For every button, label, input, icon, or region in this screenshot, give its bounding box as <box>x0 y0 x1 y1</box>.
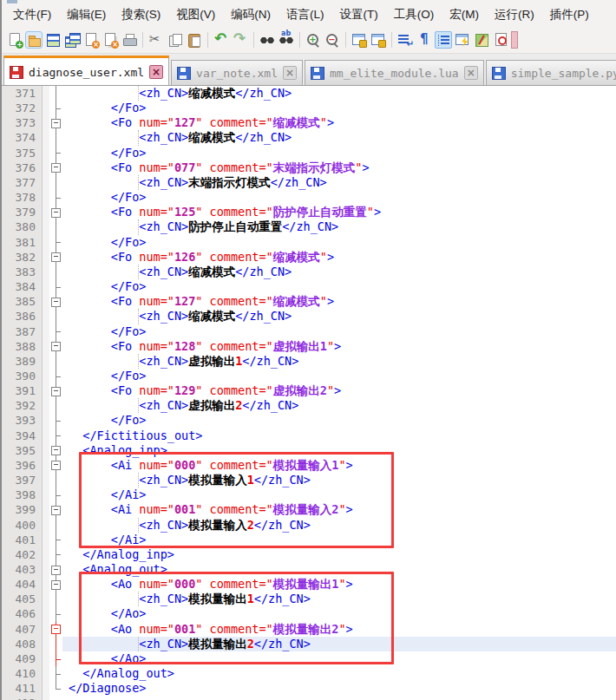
code-text[interactable]: <Fo num="129" comment="虚拟输出2"> <box>62 383 616 398</box>
fold-collapse-icon[interactable] <box>51 119 61 128</box>
code-text[interactable]: </Fo> <box>62 369 616 383</box>
menu-item-5[interactable]: 编码(N) <box>223 5 279 24</box>
code-text[interactable]: <Ao num="000" comment="模拟量输出1"> <box>62 577 616 592</box>
paste-icon[interactable] <box>186 31 203 49</box>
code-text[interactable]: <Fo num="077" comment="末端指示灯模式"> <box>62 160 616 175</box>
menu-item-11[interactable]: 插件(P) <box>542 5 597 24</box>
tab-close-icon[interactable]: × <box>149 65 163 79</box>
menu-item-6[interactable]: 语言(L) <box>279 5 332 24</box>
word-wrap-icon[interactable] <box>396 31 414 49</box>
fold-collapse-icon[interactable] <box>51 298 61 307</box>
code-text[interactable]: </Fo> <box>62 279 616 294</box>
save-icon[interactable] <box>44 31 62 49</box>
code-text[interactable]: </Ao> <box>62 651 616 666</box>
menu-item-8[interactable]: 工具(O) <box>386 5 442 24</box>
fold-collapse-icon[interactable] <box>51 387 61 396</box>
fold-collapse-icon[interactable] <box>51 461 61 470</box>
menu-item-1[interactable]: 文件(F) <box>5 5 59 24</box>
sync-vertical-scroll-icon[interactable] <box>351 31 368 49</box>
code-text[interactable]: <Fo num="128" comment="虚拟输出1"> <box>62 339 616 354</box>
toolbar-separator <box>391 32 392 48</box>
code-text[interactable]: <zh_CN>末端指示灯模式</zh_CN> <box>62 175 616 190</box>
tab-var_note.xml[interactable]: var_note.xml× <box>171 60 303 85</box>
code-text[interactable]: <Ai num="001" comment="模拟量输入2"> <box>62 502 616 517</box>
fold-collapse-icon[interactable] <box>51 208 61 218</box>
code-text[interactable]: </Diagnose> <box>62 681 616 696</box>
clipped-icon[interactable] <box>511 31 518 49</box>
code-text[interactable]: </Ai> <box>62 487 616 502</box>
menu-item-4[interactable]: 视图(V) <box>168 5 223 24</box>
code-text[interactable]: <Ai num="000" comment="模拟量输入1"> <box>62 458 616 473</box>
code-text[interactable]: <zh_CN>虚拟输出1</zh_CN> <box>62 354 616 369</box>
code-text[interactable]: </Analog_out> <box>62 666 616 681</box>
menu-item-3[interactable]: 搜索(S) <box>114 5 168 24</box>
code-text[interactable]: </Ao> <box>62 606 616 621</box>
fold-collapse-icon[interactable] <box>51 506 61 515</box>
tab-simple_sample.py[interactable]: simple_sample.py× <box>486 60 616 85</box>
cut-icon[interactable] <box>147 31 165 49</box>
replace-icon[interactable] <box>278 31 295 49</box>
code-text[interactable]: <Fo num="126" comment="缩减模式"> <box>62 250 616 265</box>
menu-item-7[interactable]: 设置(T) <box>332 5 386 24</box>
code-text[interactable]: <zh_CN>防护停止自动重置</zh_CN> <box>62 219 616 234</box>
find-icon[interactable] <box>259 31 276 49</box>
code-text[interactable]: <Analog_inp> <box>62 443 616 458</box>
save-all-icon[interactable] <box>63 31 81 49</box>
code-text[interactable] <box>62 696 616 700</box>
code-text[interactable]: <zh_CN>缩减模式</zh_CN> <box>62 130 616 145</box>
tab-close-icon[interactable]: × <box>464 66 478 80</box>
menu-item-9[interactable]: 宏(M) <box>442 5 487 24</box>
code-text[interactable]: </Ai> <box>62 533 616 547</box>
macro-record-icon[interactable] <box>492 31 509 49</box>
fold-collapse-icon[interactable] <box>51 342 61 351</box>
code-text[interactable]: </Fictitious_out> <box>62 429 616 443</box>
code-text[interactable]: <Fo num="127" comment="缩减模式"> <box>62 294 616 309</box>
menu-item-2[interactable]: 编辑(E) <box>59 5 114 24</box>
zoom-in-icon[interactable] <box>305 31 322 49</box>
zoom-out-icon[interactable] <box>324 31 341 49</box>
code-text[interactable]: </Fo> <box>62 190 616 205</box>
fold-collapse-icon[interactable] <box>51 566 61 575</box>
tab-mm_elite_module.lua[interactable]: mm_elite_module.lua× <box>305 60 484 85</box>
show-all-characters-icon[interactable] <box>416 31 433 49</box>
open-file-icon[interactable] <box>25 31 43 49</box>
fold-collapse-icon[interactable] <box>51 625 61 634</box>
close-all-icon[interactable] <box>102 31 119 49</box>
code-text[interactable]: </Fo> <box>62 413 616 428</box>
code-text[interactable]: <Ao num="001" comment="模拟量输出2"> <box>62 622 616 637</box>
code-text[interactable]: <Fo num="127" comment="缩减模式"> <box>62 115 616 130</box>
code-text[interactable]: <zh_CN>模拟量输入2</zh_CN> <box>62 518 616 533</box>
code-text[interactable]: </Analog_inp> <box>62 547 616 562</box>
menu-item-10[interactable]: 运行(R) <box>487 5 542 24</box>
fold-collapse-icon[interactable] <box>51 163 61 173</box>
code-text[interactable]: <zh_CN>缩减模式</zh_CN> <box>62 86 616 101</box>
code-text[interactable]: <Fo num="125" comment="防护停止自动重置"> <box>62 205 616 219</box>
code-text[interactable]: <zh_CN>模拟量输出2</zh_CN> <box>62 637 616 651</box>
code-text[interactable]: <Analog_out> <box>62 562 616 577</box>
new-file-icon[interactable] <box>6 31 23 49</box>
fold-collapse-icon[interactable] <box>51 580 61 590</box>
function-list-icon[interactable] <box>454 31 471 49</box>
code-text[interactable]: </Fo> <box>62 146 616 160</box>
fold-collapse-icon[interactable] <box>51 446 61 455</box>
fold-collapse-icon[interactable] <box>51 252 61 262</box>
code-text[interactable]: </Fo> <box>62 235 616 250</box>
code-text[interactable]: <zh_CN>模拟量输出1</zh_CN> <box>62 592 616 606</box>
show-indent-guide-icon[interactable] <box>435 31 452 49</box>
code-text[interactable]: </Fo> <box>62 324 616 339</box>
code-text[interactable]: </Fo> <box>62 101 616 115</box>
code-text[interactable]: <zh_CN>虚拟输出2</zh_CN> <box>62 398 616 413</box>
editor-area[interactable]: 371 <zh_CN>缩减模式</zh_CN>372 </Fo>373 <Fo … <box>2 86 616 700</box>
sync-horizontal-scroll-icon[interactable] <box>370 31 387 49</box>
code-text[interactable]: <zh_CN>缩减模式</zh_CN> <box>62 265 616 279</box>
tab-diagnose_user.xml[interactable]: diagnose_user.xml× <box>3 56 169 86</box>
tab-close-icon[interactable]: × <box>283 66 297 80</box>
print-icon[interactable] <box>121 31 138 49</box>
code-text[interactable]: <zh_CN>模拟量输入1</zh_CN> <box>62 473 616 487</box>
undo-icon[interactable] <box>213 31 230 49</box>
document-map-icon[interactable] <box>473 31 490 49</box>
close-icon[interactable] <box>82 31 100 49</box>
redo-icon[interactable] <box>232 31 249 49</box>
code-text[interactable]: <zh_CN>缩减模式</zh_CN> <box>62 309 616 324</box>
copy-icon[interactable] <box>167 31 184 49</box>
